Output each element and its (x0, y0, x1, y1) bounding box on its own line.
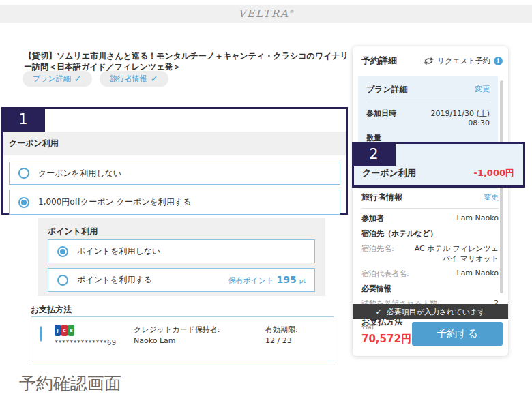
jcb-bar-green: B (68, 325, 74, 336)
booking-summary-card: 予約詳細 リクエスト予約 i プラン詳細 変更 参加日時 2019/11/30 … (353, 46, 508, 356)
points-section: ポイント利用 ポイントを利用しない ポイントを利用する 保有ポイント 195 p… (38, 218, 325, 296)
annotation-box-1: 1 クーポン利用 クーポンを利用しない 1,000円offクーポン クーポンを利… (1, 107, 348, 215)
annotation-box-2: 2 クーポン利用 -1,000円 (352, 142, 525, 188)
total-label: 合計 (361, 322, 411, 331)
check-icon: ✓ (74, 74, 82, 84)
plan-divider (366, 102, 490, 102)
payment-heading: お支払方法 (31, 304, 72, 316)
product-title: 【貸切】ソムリエ市川さんと巡る！モンタルチーノ＋キャンティ・クラシコのワイナリー… (24, 50, 353, 72)
card-expiry-label: 有効期限: (265, 325, 298, 335)
traveler-header: 旅行者情報 変更 (361, 192, 499, 209)
traveler-heading: 旅行者情報 (361, 192, 402, 203)
radio-unselected-icon[interactable] (57, 275, 68, 286)
plan-panel-heading: プラン詳細 (366, 84, 408, 95)
jcb-bar-red: C (61, 325, 68, 336)
points-balance-value: 195 (277, 274, 297, 285)
hotel-name-line1: AC ホテル フィレンツェ (415, 243, 499, 254)
radio-selected-icon[interactable] (40, 326, 42, 342)
participant-value: Lam Naoko (457, 213, 499, 224)
hotel-rep-value: Lam Naoko (457, 269, 499, 279)
form-complete-status: ✓ 必要項目が入力されています (353, 304, 508, 319)
points-option-use-points[interactable]: ポイントを利用する 保有ポイント 195 pt (48, 268, 315, 292)
card-expiry-value: 12 / 23 (265, 335, 298, 346)
coupon-section-heading: クーポン利用 (3, 132, 346, 155)
hotel-section-row: 宿泊先（ホテルなど） (361, 228, 499, 239)
participant-label: 参加者 (361, 213, 384, 224)
request-booking[interactable]: リクエスト予約 i (424, 56, 503, 66)
radio-selected-icon[interactable] (57, 246, 68, 257)
total-row: 合計 70,572円 予約する (361, 322, 503, 346)
total-block: 合計 70,572円 (361, 322, 411, 346)
participation-date-label: 参加日時 (366, 108, 396, 119)
traveler-change-link[interactable]: 変更 (484, 192, 499, 202)
badge-plan-details[interactable]: プラン詳細 ✓ (23, 71, 92, 87)
annotation-label-1: 1 (1, 107, 45, 132)
step-badges: プラン詳細 ✓ 旅行者情報 ✓ (23, 71, 168, 87)
participation-date-value: 2019/11/30 (土) 08:30 (431, 108, 490, 127)
points-heading: ポイント利用 (48, 226, 98, 237)
radio-unselected-icon[interactable] (18, 168, 29, 179)
hotel-name-value: AC ホテル フィレンツェ バイ マリオット (415, 243, 499, 264)
date-value: 2019/11/30 (土) (431, 108, 490, 119)
jcb-card-icon: J C B (55, 325, 74, 336)
jcb-bar-blue: J (55, 325, 61, 336)
card-holder-value: Naoko Lam (134, 335, 220, 346)
info-icon[interactable]: i (494, 57, 503, 65)
hotel-name-label: 宿泊先名: (361, 243, 394, 264)
veltra-logo: VELTRA® (238, 7, 294, 20)
coupon-option-use-coupon-label: 1,000円offクーポン クーポンを利用する (38, 196, 191, 208)
summary-header: 予約詳細 リクエスト予約 i (361, 55, 503, 67)
card-masked-number: **************69 (55, 339, 117, 346)
coupon-option-no-coupon[interactable]: クーポンを利用しない (9, 162, 340, 185)
required-info-label: 必要情報 (361, 284, 391, 294)
badge-traveler-info[interactable]: 旅行者情報 ✓ (100, 71, 168, 87)
header-band: VELTRA® (0, 5, 532, 22)
check-icon: ✓ (151, 74, 158, 84)
reserve-button[interactable]: 予約する (412, 322, 503, 346)
annotation-label-2: 2 (352, 142, 396, 166)
points-option-no-points[interactable]: ポイントを利用しない (48, 239, 315, 263)
screen-caption: 予約確認画面 (19, 372, 121, 395)
check-icon: ✓ (375, 308, 381, 316)
summary-coupon-label: クーポン利用 (362, 167, 416, 179)
points-option-use-points-label: ポイントを利用する (77, 274, 152, 286)
total-value: 70,572円 (361, 333, 411, 346)
card-holder-label: クレジットカード保持者: (134, 325, 220, 335)
points-balance-label: 保有ポイント (228, 275, 274, 286)
form-complete-label: 必要項目が入力されています (387, 307, 486, 317)
time-value: 08:30 (431, 119, 490, 127)
request-booking-label: リクエスト予約 (437, 56, 490, 66)
points-balance: 保有ポイント 195 pt (228, 274, 306, 286)
hotel-rep-row: 宿泊代表者名: Lam Naoko (361, 269, 499, 279)
summary-coupon-value: -1,000円 (473, 167, 514, 179)
radio-selected-icon[interactable] (18, 197, 29, 208)
points-option-no-points-label: ポイントを利用しない (77, 245, 160, 257)
registered-mark: ® (289, 9, 294, 14)
refresh-icon (424, 57, 434, 65)
hotel-section-label: 宿泊先（ホテルなど） (361, 228, 437, 239)
payment-card-option[interactable]: J C B **************69 クレジットカード保持者: Naok… (31, 316, 334, 361)
hotel-rep-label: 宿泊代表者名: (361, 269, 409, 279)
badge-traveler-info-label: 旅行者情報 (110, 74, 147, 84)
hotel-name-line2: バイ マリオット (415, 254, 499, 264)
badge-plan-details-label: プラン詳細 (33, 74, 71, 84)
hotel-name-row: 宿泊先名: AC ホテル フィレンツェ バイ マリオット (361, 243, 499, 264)
participant-row: 参加者 Lam Naoko (361, 213, 499, 224)
coupon-option-no-coupon-label: クーポンを利用しない (38, 168, 121, 179)
summary-coupon-row: クーポン利用 -1,000円 (362, 167, 514, 179)
coupon-heading-label: クーポン利用 (9, 138, 59, 149)
veltra-logo-text: VELTRA (238, 7, 289, 20)
coupon-option-use-coupon[interactable]: 1,000円offクーポン クーポンを利用する (9, 190, 340, 215)
plan-change-link[interactable]: 変更 (475, 84, 490, 94)
summary-title: 予約詳細 (361, 55, 397, 67)
required-info-row: 必要情報 (361, 284, 499, 294)
points-balance-unit: pt (299, 278, 306, 284)
card-expiry-block: 有効期限: 12 / 23 (265, 325, 298, 346)
card-holder-block: クレジットカード保持者: Naoko Lam (134, 325, 220, 346)
